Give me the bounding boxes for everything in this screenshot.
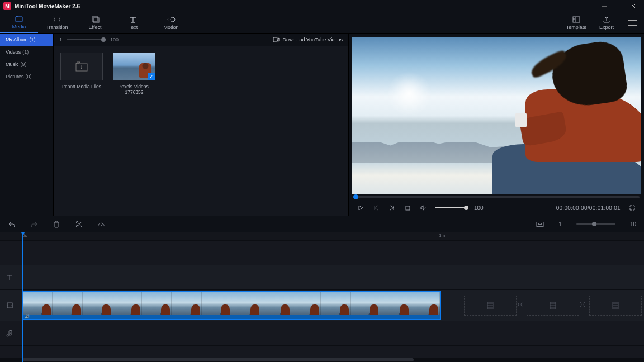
download-youtube-button[interactable]: Download YouTube Videos [273, 37, 343, 42]
main-area: My Album (1) Videos (1) Music (9) Pictur… [0, 34, 644, 216]
text-track[interactable] [0, 265, 644, 289]
sidebar-item-count: (1) [22, 49, 29, 55]
media-sidebar: My Album (1) Videos (1) Music (9) Pictur… [0, 34, 54, 216]
sidebar-item-count: (1) [30, 37, 36, 42]
slider-thumb-icon [464, 206, 468, 210]
timeline-scrollbar[interactable] [0, 358, 644, 362]
filmstrip-icon [611, 301, 620, 310]
tab-transition[interactable]: Transition [38, 12, 76, 33]
tab-media[interactable]: Media [0, 12, 38, 33]
top-toolbar: Media Transition Effect Text Motion Temp… [0, 12, 644, 34]
preview-scrubber[interactable] [352, 194, 641, 200]
sidebar-item-videos[interactable]: Videos (1) [0, 46, 53, 58]
download-youtube-label: Download YouTube Videos [282, 37, 343, 42]
sidebar-item-label: Pictures [6, 74, 24, 79]
tab-motion[interactable]: Motion [152, 12, 190, 33]
tab-effect[interactable]: Effect [76, 12, 114, 33]
volume-button[interactable] [419, 204, 427, 212]
import-media-button[interactable]: Import Media Files [60, 53, 103, 89]
prev-frame-button[interactable] [372, 204, 380, 212]
fullscreen-button[interactable] [628, 204, 636, 212]
media-panel: 1 100 Download YouTube Videos Import Med… [54, 34, 349, 216]
play-button[interactable] [357, 204, 364, 212]
sidebar-item-my-album[interactable]: My Album (1) [0, 34, 53, 46]
import-thumb [60, 53, 103, 80]
video-track-icon [0, 302, 19, 309]
thumb-zoom-slider[interactable] [67, 39, 106, 40]
sidebar-item-count: (9) [21, 61, 27, 67]
sidebar-item-label: Music [6, 61, 19, 67]
tab-media-label: Media [12, 24, 26, 30]
svg-point-10 [76, 225, 78, 227]
tab-text-label: Text [129, 25, 138, 30]
template-label: Template [566, 25, 587, 30]
import-media-label: Import Media Files [62, 84, 101, 89]
playhead[interactable] [22, 232, 23, 362]
ruler-mark-1m: 1m [439, 233, 445, 238]
media-panel-header: 1 100 Download YouTube Videos [54, 34, 348, 46]
time-ruler[interactable]: 0s 1m [0, 232, 644, 240]
next-frame-button[interactable] [388, 204, 396, 212]
volume-slider[interactable] [435, 207, 466, 208]
sidebar-item-pictures[interactable]: Pictures (0) [0, 70, 53, 83]
time-current: 00:00:00.00 [556, 205, 588, 211]
speed-button[interactable] [97, 220, 105, 228]
scrubber-handle-icon [353, 194, 358, 199]
preview-subject [486, 44, 641, 194]
app-logo-icon: M [3, 2, 11, 10]
tab-transition-label: Transition [46, 25, 68, 30]
track-spacer [0, 345, 644, 358]
empty-clip-slot[interactable] [527, 296, 579, 316]
timeline-zoom-slider[interactable] [576, 223, 615, 225]
tab-motion-label: Motion [163, 25, 178, 30]
thumb-zoom-min: 1 [59, 37, 62, 42]
tab-text[interactable]: Text [114, 12, 152, 33]
timeline-clip[interactable]: 🔊 [22, 291, 441, 320]
time-total: 00:01:00.01 [589, 205, 621, 211]
empty-clip-slot[interactable] [589, 296, 642, 316]
app-title: MiniTool MovieMaker 2.6 [15, 3, 80, 9]
template-button[interactable]: Template [561, 12, 591, 33]
redo-button[interactable] [30, 220, 38, 228]
text-track-icon [0, 274, 19, 281]
timeline: 0s 1m 🔊 [0, 232, 644, 362]
delete-button[interactable] [53, 220, 60, 228]
transition-slot-icon [516, 301, 527, 312]
sidebar-item-music[interactable]: Music (9) [0, 58, 53, 70]
preview-viewport[interactable] [352, 37, 641, 194]
transition-slot-icon [579, 301, 590, 312]
timeline-zoom-min: 1 [558, 221, 562, 227]
volume-value: 100 [474, 205, 484, 211]
svg-point-4 [171, 17, 175, 22]
media-clip-item[interactable]: ✓ Pexels-Videos-1776352 [113, 53, 155, 95]
svg-rect-0 [617, 4, 621, 8]
minimize-button[interactable] [597, 1, 612, 11]
timeline-toolbar: 1 10 [0, 216, 644, 232]
preview-sun [387, 72, 432, 116]
svg-rect-5 [573, 17, 580, 22]
slider-thumb-icon [592, 222, 596, 226]
undo-button[interactable] [8, 220, 16, 228]
audio-track-icon [0, 330, 19, 337]
folder-download-icon [74, 60, 89, 73]
menu-button[interactable] [622, 12, 644, 33]
timeline-zoom-max: 10 [630, 221, 636, 227]
audio-track[interactable] [0, 321, 644, 345]
scrollbar-thumb[interactable] [22, 358, 414, 361]
svg-rect-8 [406, 206, 410, 210]
export-label: Export [599, 25, 614, 30]
media-clip-thumb: ✓ [113, 53, 155, 80]
fit-timeline-button[interactable] [536, 220, 544, 228]
empty-clip-slot[interactable] [464, 296, 517, 316]
close-button[interactable] [626, 1, 641, 11]
video-track[interactable]: 🔊 [0, 289, 644, 321]
filmstrip-icon [548, 301, 557, 310]
maximize-button[interactable] [612, 1, 626, 11]
video-icon [273, 37, 280, 42]
split-button[interactable] [75, 220, 83, 228]
export-button[interactable]: Export [591, 12, 622, 33]
track-spacer [0, 240, 644, 265]
stop-button[interactable] [404, 204, 411, 212]
selected-check-icon: ✓ [148, 73, 155, 80]
svg-rect-6 [273, 37, 277, 42]
